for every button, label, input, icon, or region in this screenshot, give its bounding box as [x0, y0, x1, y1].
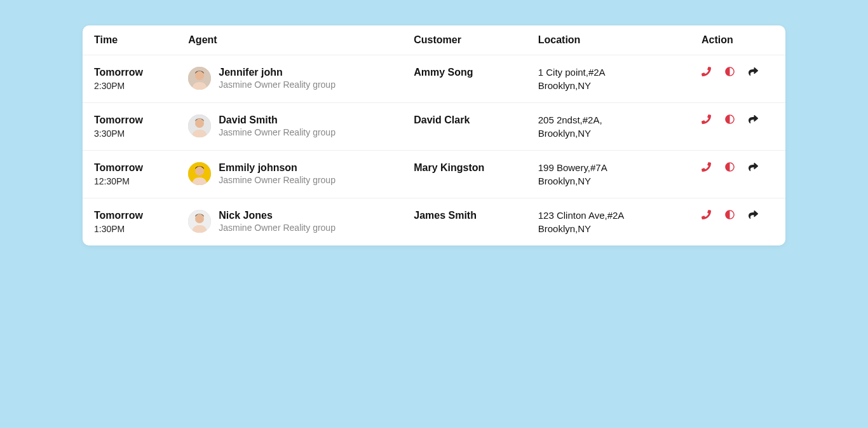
agent-cell: Nick Jones Jasmine Owner Reality group — [180, 198, 406, 246]
svg-point-1 — [195, 71, 204, 80]
phone-icon[interactable] — [702, 67, 711, 76]
agent-cell: Jennifer john Jasmine Owner Reality grou… — [180, 55, 406, 103]
col-header-agent: Agent — [180, 25, 406, 55]
customer-cell: David Clark — [406, 103, 530, 151]
time-hour: 12:30PM — [94, 176, 173, 186]
customer-name: Ammy Song — [414, 67, 522, 78]
location-line2: Brooklyn,NY — [538, 223, 686, 234]
col-header-customer: Customer — [406, 25, 530, 55]
col-header-time: Time — [83, 25, 180, 55]
customer-name: James Smith — [414, 210, 522, 221]
phone-icon[interactable] — [702, 162, 711, 172]
share-icon[interactable] — [749, 67, 758, 76]
contrast-icon[interactable] — [725, 162, 735, 172]
time-hour: 3:30PM — [94, 128, 173, 139]
time-cell: Tomorrow 2:30PM — [83, 55, 180, 103]
table-row: Tomorrow 3:30PM David Smith Jasmine Owne… — [83, 103, 785, 151]
col-header-location: Location — [531, 25, 694, 55]
customer-name: David Clark — [414, 114, 522, 126]
customer-cell: James Smith — [406, 198, 530, 246]
action-cell — [694, 55, 785, 103]
share-icon[interactable] — [749, 210, 758, 219]
agent-name: Nick Jones — [219, 210, 336, 221]
svg-point-7 — [195, 214, 204, 223]
customer-cell: Ammy Song — [406, 55, 530, 103]
avatar — [188, 162, 211, 185]
location-cell: 1 City point,#2A Brooklyn,NY — [531, 55, 694, 103]
appointments-table: Time Agent Customer Location Action Tomo… — [83, 25, 785, 245]
location-cell: 199 Bowery,#7A Brooklyn,NY — [531, 151, 694, 198]
location-line2: Brooklyn,NY — [538, 176, 686, 186]
avatar — [188, 114, 211, 137]
time-day: Tomorrow — [94, 162, 173, 174]
table-row: Tomorrow 2:30PM Jennifer john Jasmine Ow… — [83, 55, 785, 103]
contrast-icon[interactable] — [725, 114, 735, 124]
customer-cell: Mary Kingston — [406, 151, 530, 198]
agent-cell: Emmily johnson Jasmine Owner Reality gro… — [180, 151, 406, 198]
action-cell — [694, 198, 785, 246]
table-row: Tomorrow 12:30PM Emmily johnson Jasmine … — [83, 151, 785, 198]
time-day: Tomorrow — [94, 114, 173, 126]
time-cell: Tomorrow 12:30PM — [83, 151, 180, 198]
time-cell: Tomorrow 3:30PM — [83, 103, 180, 151]
location-line1: 123 Clinton Ave,#2A — [538, 210, 686, 221]
time-cell: Tomorrow 1:30PM — [83, 198, 180, 246]
location-cell: 123 Clinton Ave,#2A Brooklyn,NY — [531, 198, 694, 246]
time-hour: 1:30PM — [94, 224, 173, 234]
share-icon[interactable] — [749, 114, 758, 124]
agent-cell: David Smith Jasmine Owner Reality group — [180, 103, 406, 151]
time-day: Tomorrow — [94, 67, 173, 78]
agent-group: Jasmine Owner Reality group — [219, 79, 336, 90]
phone-icon[interactable] — [702, 210, 711, 219]
location-cell: 205 2ndst,#2A, Brooklyn,NY — [531, 103, 694, 151]
table-header-row: Time Agent Customer Location Action — [83, 25, 785, 55]
location-line2: Brooklyn,NY — [538, 128, 686, 139]
avatar — [188, 210, 211, 233]
appointments-card: Time Agent Customer Location Action Tomo… — [83, 25, 785, 245]
svg-point-5 — [195, 167, 204, 176]
action-cell — [694, 151, 785, 198]
agent-group: Jasmine Owner Reality group — [219, 223, 336, 233]
customer-name: Mary Kingston — [414, 162, 522, 174]
avatar — [188, 67, 211, 90]
table-row: Tomorrow 1:30PM Nick Jones Jasmine Owner… — [83, 198, 785, 246]
agent-name: Emmily johnson — [219, 162, 336, 174]
agent-name: Jennifer john — [219, 67, 336, 78]
col-header-action: Action — [694, 25, 785, 55]
svg-point-3 — [195, 119, 204, 128]
agent-group: Jasmine Owner Reality group — [219, 175, 336, 185]
agent-name: David Smith — [219, 114, 336, 126]
time-day: Tomorrow — [94, 210, 173, 221]
agent-group: Jasmine Owner Reality group — [219, 127, 336, 137]
location-line2: Brooklyn,NY — [538, 80, 686, 91]
location-line1: 1 City point,#2A — [538, 67, 686, 78]
location-line1: 199 Bowery,#7A — [538, 162, 686, 173]
time-hour: 2:30PM — [94, 81, 173, 91]
location-line1: 205 2ndst,#2A, — [538, 114, 686, 125]
share-icon[interactable] — [749, 162, 758, 172]
phone-icon[interactable] — [702, 114, 711, 124]
action-cell — [694, 103, 785, 151]
contrast-icon[interactable] — [725, 67, 735, 76]
contrast-icon[interactable] — [725, 210, 735, 219]
